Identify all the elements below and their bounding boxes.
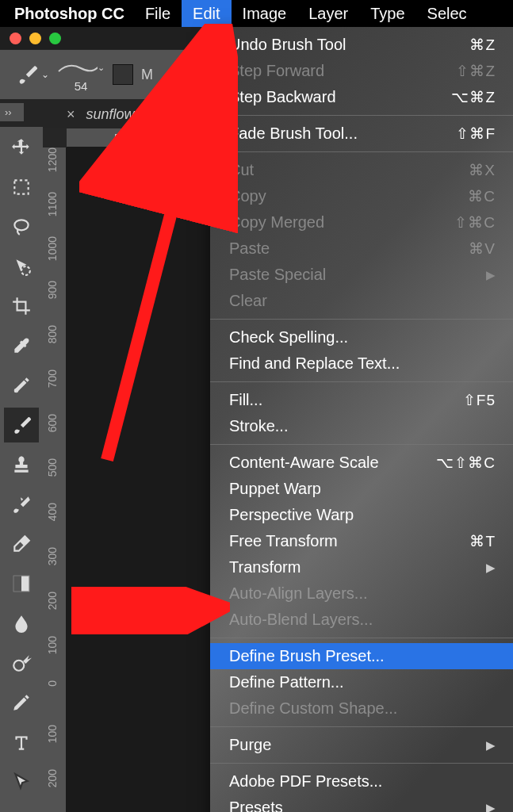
history-brush-tool[interactable] <box>4 487 39 522</box>
menu-item-purge[interactable]: Purge▶ <box>210 732 513 758</box>
menu-edit[interactable]: Edit <box>182 0 231 27</box>
menu-item-label: Auto-Align Layers... <box>229 584 368 603</box>
menu-item-fill[interactable]: Fill...⇧F5 <box>210 387 513 413</box>
pen-tool[interactable] <box>4 685 39 720</box>
ruler-tick: 400 <box>170 132 189 144</box>
menu-item-label: Define Custom Shape... <box>229 699 397 718</box>
edit-menu-dropdown: Undo Brush Tool⌘ZStep Forward⇧⌘ZStep Bac… <box>210 27 513 812</box>
move-tool[interactable] <box>4 130 39 165</box>
brush-preset-picker[interactable]: ⌄ 54 <box>57 57 105 93</box>
brush-stroke-icon <box>57 60 98 76</box>
menu-item-copy: Copy⌘C <box>210 183 513 209</box>
close-window-icon[interactable] <box>10 33 21 44</box>
ruler-tick: 1000 <box>46 236 59 261</box>
menu-type[interactable]: Type <box>359 0 415 27</box>
menu-item-label: Define Pattern... <box>229 673 344 691</box>
menu-item-puppet-warp[interactable]: Puppet Warp <box>210 476 513 502</box>
menu-item-label: Content-Aware Scale <box>229 454 379 472</box>
marquee-tool[interactable] <box>4 170 39 205</box>
menu-item-label: Puppet Warp <box>229 480 321 498</box>
document-tab[interactable]: sunflower-3292 <box>86 106 184 123</box>
menu-item-copy-merged: Copy Merged⇧⌘C <box>210 209 513 236</box>
minimize-window-icon[interactable] <box>29 33 41 44</box>
ruler-tick: 300 <box>46 547 59 565</box>
ruler-vertical: 1200110010009008007006005004003002001000… <box>43 147 67 812</box>
menubar: Photoshop CC File Edit Image Layer Type … <box>0 0 513 27</box>
menu-item-shortcut: ⌘V <box>469 239 496 258</box>
ruler-tick: 0 <box>46 680 59 687</box>
menu-item-find-and-replace-text[interactable]: Find and Replace Text... <box>210 350 513 377</box>
menu-separator <box>210 763 513 764</box>
menu-separator <box>210 151 513 152</box>
ruler-tick: 400 <box>46 503 59 521</box>
mode-label: M <box>141 67 153 83</box>
menu-item-content-aware-scale[interactable]: Content-Aware Scale⌥⇧⌘C <box>210 450 513 476</box>
healing-brush-tool[interactable] <box>4 368 39 403</box>
blur-tool[interactable] <box>4 606 39 641</box>
stamp-tool[interactable] <box>4 447 39 482</box>
close-tab-icon[interactable]: × <box>67 106 75 123</box>
ruler-tick: 600 <box>46 414 59 432</box>
path-select-tool[interactable] <box>4 764 39 799</box>
menu-item-perspective-warp[interactable]: Perspective Warp <box>210 502 513 528</box>
menu-item-label: Cut <box>229 161 254 179</box>
submenu-arrow-icon: ▶ <box>486 738 496 753</box>
menu-item-undo-brush-tool[interactable]: Undo Brush Tool⌘Z <box>210 32 513 58</box>
ruler-tick: 100 <box>46 725 59 743</box>
menu-item-free-transform[interactable]: Free Transform⌘T <box>210 528 513 554</box>
rectangle-tool[interactable] <box>4 804 39 812</box>
app-name: Photoshop CC <box>5 5 134 23</box>
menu-separator <box>210 115 513 116</box>
menu-item-label: Transform <box>229 558 301 576</box>
quick-select-tool[interactable] <box>4 249 39 284</box>
menu-item-label: Copy <box>229 187 266 205</box>
menu-item-transform[interactable]: Transform▶ <box>210 554 513 580</box>
tool-preset-picker[interactable]: ⌄ <box>16 63 49 86</box>
ruler-tick: 100 <box>46 636 59 654</box>
menu-item-adobe-pdf-presets[interactable]: Adobe PDF Presets... <box>210 768 513 795</box>
menu-item-shortcut: ⇧⌘F <box>456 124 496 143</box>
menu-layer[interactable]: Layer <box>297 0 359 27</box>
menu-item-label: Stroke... <box>229 417 288 435</box>
menu-image[interactable]: Image <box>232 0 298 27</box>
menu-item-label: Fill... <box>229 391 262 409</box>
menu-item-label: Check Spelling... <box>229 328 348 347</box>
menu-item-define-brush-preset[interactable]: Define Brush Preset... <box>210 643 513 669</box>
svg-point-2 <box>21 266 30 275</box>
maximize-window-icon[interactable] <box>49 33 61 44</box>
submenu-arrow-icon: ▶ <box>486 561 496 575</box>
svg-rect-0 <box>14 180 28 193</box>
menu-item-check-spelling[interactable]: Check Spelling... <box>210 324 513 350</box>
eyedropper-tool[interactable] <box>4 328 39 363</box>
menu-item-label: Auto-Blend Layers... <box>229 611 373 629</box>
gradient-tool[interactable] <box>4 566 39 601</box>
menu-item-fade-brush-tool[interactable]: Fade Brush Tool...⇧⌘F <box>210 121 513 147</box>
menu-item-paste-special: Paste Special▶ <box>210 262 513 288</box>
menu-item-auto-align-layers: Auto-Align Layers... <box>210 580 513 607</box>
brush-panel-toggle-icon[interactable] <box>113 64 133 85</box>
menu-item-label: Free Transform <box>229 532 338 550</box>
menu-separator <box>210 319 513 320</box>
eraser-tool[interactable] <box>4 527 39 561</box>
menu-item-define-pattern[interactable]: Define Pattern... <box>210 669 513 695</box>
panel-dock-expand-icon[interactable]: ›› <box>0 103 24 121</box>
dodge-tool[interactable] <box>4 645 39 680</box>
menu-item-label: Clear <box>229 292 267 310</box>
menu-file[interactable]: File <box>134 0 182 27</box>
menu-item-step-backward[interactable]: Step Backward⌥⌘Z <box>210 84 513 110</box>
menu-item-label: Undo Brush Tool <box>229 36 346 54</box>
lasso-tool[interactable] <box>4 209 39 244</box>
menu-item-label: Paste <box>229 239 270 258</box>
menu-item-stroke[interactable]: Stroke... <box>210 413 513 439</box>
brush-tool[interactable] <box>4 408 39 442</box>
menu-item-shortcut: ⌘T <box>469 532 496 550</box>
svg-point-6 <box>13 661 24 671</box>
menu-separator <box>210 638 513 638</box>
menu-item-shortcut: ⇧⌘Z <box>456 62 496 80</box>
type-tool[interactable] <box>4 725 39 760</box>
ruler-tick: 200 <box>46 769 59 787</box>
menu-item-step-forward: Step Forward⇧⌘Z <box>210 58 513 84</box>
menu-item-presets[interactable]: Presets▶ <box>210 795 513 812</box>
crop-tool[interactable] <box>4 289 39 324</box>
menu-select[interactable]: Selec <box>416 0 478 27</box>
